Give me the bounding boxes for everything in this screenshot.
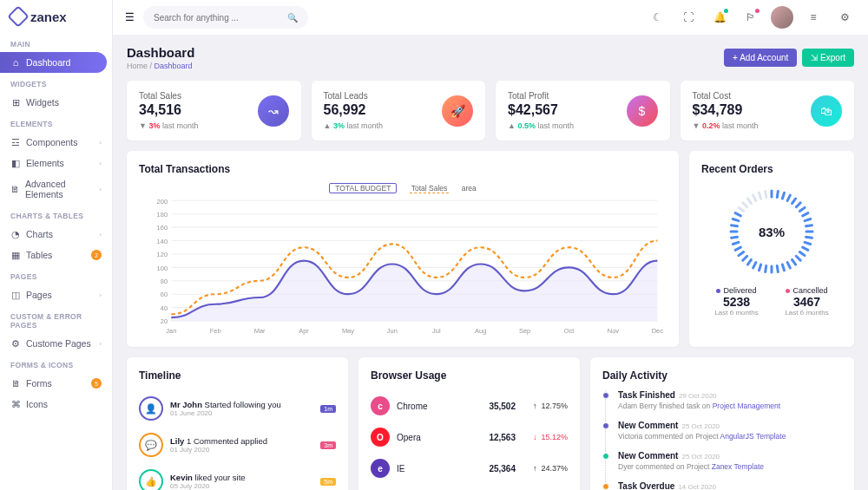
menu-toggle-icon[interactable]: ☰ [125,11,135,23]
activity-link[interactable]: Zanex Template [712,462,764,471]
sidebar-item-components[interactable]: ☲Components› [0,132,112,153]
svg-line-66 [739,207,744,211]
settings-icon[interactable]: ⚙ [833,6,856,29]
sidebar-item-icons[interactable]: ⌘Icons [0,394,112,415]
svg-line-40 [805,219,811,220]
svg-line-34 [782,193,784,199]
sidebar-icon: ◧ [10,158,21,168]
stat-change: ▼ 0.2% last month [693,121,812,130]
legend-area: area [462,184,477,193]
add-account-button[interactable]: + Add Account [724,49,797,67]
browser-icon: e [371,459,390,478]
activity-title-text: Task Overdue14 Oct 2020 [618,481,842,490]
cancelled-label: Cancelled [772,286,842,295]
search-input[interactable] [154,13,287,23]
svg-line-65 [735,213,740,216]
chart-title: Total Transactions [139,163,667,175]
svg-line-44 [805,242,811,244]
activity-item: Task Overdue14 Oct 2020Petey Cruiser fin… [605,481,842,490]
chevron-right-icon: › [99,231,102,238]
browser-name: IE [397,464,482,474]
browser-row: eIE25,364↑ 24.37% [371,453,568,484]
sidebar-icon: ☲ [10,137,21,147]
stat-label: Total Sales [139,91,258,101]
sidebar-icon: ⌂ [10,57,21,68]
svg-line-41 [806,225,812,226]
stat-label: Total Cost [693,91,812,101]
svg-line-49 [787,263,790,268]
more-icon[interactable]: ≡ [802,6,825,29]
svg-text:100: 100 [157,265,168,272]
export-button[interactable]: ⇲ Export [802,49,854,67]
timeline-text: Kevin liked your site [170,473,313,482]
activity-title: Daily Activity [602,369,842,382]
svg-line-43 [806,237,812,238]
logo[interactable]: zanex [0,0,112,33]
sidebar-item-label: Icons [26,399,48,409]
sidebar-item-charts[interactable]: ◔Charts› [0,224,112,245]
svg-line-61 [732,237,738,238]
cancelled-sub: Last 6 months [772,309,842,317]
sidebar-item-label: Charts [26,229,53,239]
sidebar-icon: ⊞ [10,97,21,108]
svg-text:Sep: Sep [519,327,530,335]
sidebar-item-advanced-elements[interactable]: 🗎Advanced Elements› [0,173,112,205]
svg-text:Oct: Oct [564,327,575,335]
activity-link[interactable]: Project Management [713,402,780,410]
svg-text:Apr: Apr [299,327,309,335]
messages-icon[interactable]: 🏳 [740,6,762,29]
activity-item: New Comment25 Oct 2020Dyer commented on … [605,451,842,481]
sidebar-item-forms[interactable]: 🗎Forms5 [0,373,112,394]
sidebar-item-elements[interactable]: ◧Elements› [0,153,112,173]
delivered-value: 5238 [701,295,772,309]
svg-text:200: 200 [157,198,168,206]
chart-legend: TOTAL BUDGET Total Sales area [139,184,667,193]
svg-line-60 [733,242,739,244]
fullscreen-icon[interactable]: ⛶ [677,6,700,29]
svg-text:Nov: Nov [608,327,620,335]
theme-toggle-icon[interactable]: ☾ [646,6,668,29]
user-avatar[interactable] [771,6,793,29]
notifications-icon[interactable]: 🔔 [708,6,731,29]
legend-sales: Total Sales [410,184,450,193]
sidebar-item-label: Pages [26,290,52,300]
timeline-card: Timeline 👤Mr John Started following you0… [127,357,348,490]
sidebar-badge: 2 [91,250,102,260]
svg-text:Feb: Feb [210,327,221,335]
sidebar-item-label: Advanced Elements [25,179,94,199]
svg-line-70 [759,193,760,199]
browser-icon: c [371,396,390,415]
stat-icon: 🛍 [811,95,842,127]
sidebar-item-label: Tables [26,250,52,260]
activity-card: Daily Activity Task Finished29 Oct 2020A… [590,357,854,490]
sidebar-item-pages[interactable]: ◫Pages› [0,284,112,305]
sidebar-item-widgets[interactable]: ⊞Widgets [0,92,112,113]
transactions-chart-card: Total Transactions TOTAL BUDGET Total Sa… [127,151,679,347]
svg-line-59 [735,247,740,250]
sidebar-section: ELEMENTS [0,113,112,132]
svg-line-46 [799,252,805,256]
breadcrumb-home[interactable]: Home [127,62,148,70]
cancelled-value: 3467 [772,295,842,309]
activity-date: 25 Oct 2020 [681,422,720,430]
timeline-badge: 3m [320,441,336,449]
activity-date: 14 Oct 2020 [678,483,716,490]
browser-row: cChrome35,502↑ 12.75% [371,390,568,421]
activity-desc: Adam Berry finished task on Project Mana… [618,402,842,410]
sidebar-item-custome-pages[interactable]: ⚙Custome Pages› [0,333,112,354]
stat-icon: ↝ [258,95,289,127]
svg-text:180: 180 [157,211,168,219]
activity-link[interactable]: AngularJS Template [720,432,786,441]
browser-name: Chrome [397,402,482,411]
search-box[interactable]: 🔍 [143,6,308,29]
breadcrumb: Home / Dashboard [127,62,194,70]
sidebar-item-dashboard[interactable]: ⌂Dashboard [0,52,107,73]
activity-date: 29 Oct 2020 [679,392,717,400]
sidebar-icon: ◔ [10,229,21,239]
logo-text: zanex [30,10,67,24]
sidebar-item-label: Forms [26,378,52,389]
svg-line-55 [753,263,756,268]
sidebar-item-tables[interactable]: ▦Tables2 [0,245,112,265]
search-icon[interactable]: 🔍 [287,13,298,23]
svg-line-71 [766,192,766,198]
